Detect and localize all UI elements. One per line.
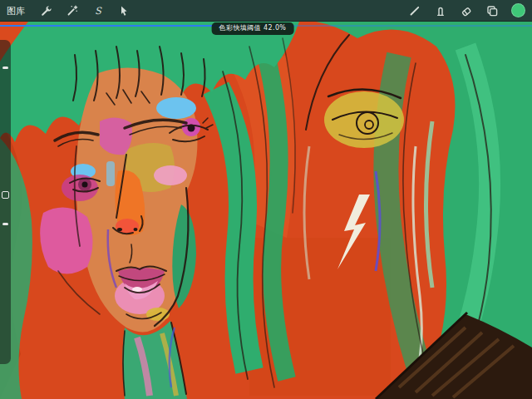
smudge-icon bbox=[434, 4, 447, 17]
brush-icon bbox=[408, 4, 421, 17]
transform-button[interactable] bbox=[116, 3, 131, 18]
left-tool-group: 图库 S bbox=[7, 0, 131, 22]
actions-button[interactable] bbox=[39, 3, 54, 18]
threshold-progress bbox=[0, 25, 224, 27]
paint-button[interactable] bbox=[407, 3, 422, 18]
sidebar bbox=[0, 40, 11, 364]
smudge-button[interactable] bbox=[433, 3, 448, 18]
canvas[interactable]: 色彩快填阈值 42.0% bbox=[0, 22, 532, 399]
magic-wand-icon bbox=[66, 4, 79, 17]
gallery-button[interactable]: 图库 bbox=[7, 0, 25, 22]
wrench-icon bbox=[40, 4, 53, 17]
transform-arrow-icon bbox=[117, 4, 131, 17]
opacity-slider-handle[interactable] bbox=[2, 223, 8, 225]
svg-text:S: S bbox=[95, 5, 102, 17]
color-swatch bbox=[511, 3, 525, 17]
adjustments-button[interactable] bbox=[65, 3, 80, 18]
procreate-app: 图库 S bbox=[0, 0, 532, 399]
modify-button[interactable] bbox=[2, 191, 9, 199]
layers-icon bbox=[485, 4, 499, 17]
painting-image bbox=[0, 22, 532, 399]
color-button[interactable] bbox=[510, 3, 525, 18]
right-tool-group bbox=[407, 3, 525, 18]
eraser-icon bbox=[460, 4, 473, 17]
brush-size-slider-handle[interactable] bbox=[2, 66, 8, 69]
layers-button[interactable] bbox=[485, 3, 500, 18]
top-toolbar: 图库 S bbox=[0, 0, 532, 22]
colordrop-threshold-badge: 色彩快填阈值 42.0% bbox=[212, 22, 294, 35]
erase-button[interactable] bbox=[459, 3, 474, 18]
selection-icon: S bbox=[91, 4, 105, 17]
selection-button[interactable]: S bbox=[91, 3, 106, 18]
